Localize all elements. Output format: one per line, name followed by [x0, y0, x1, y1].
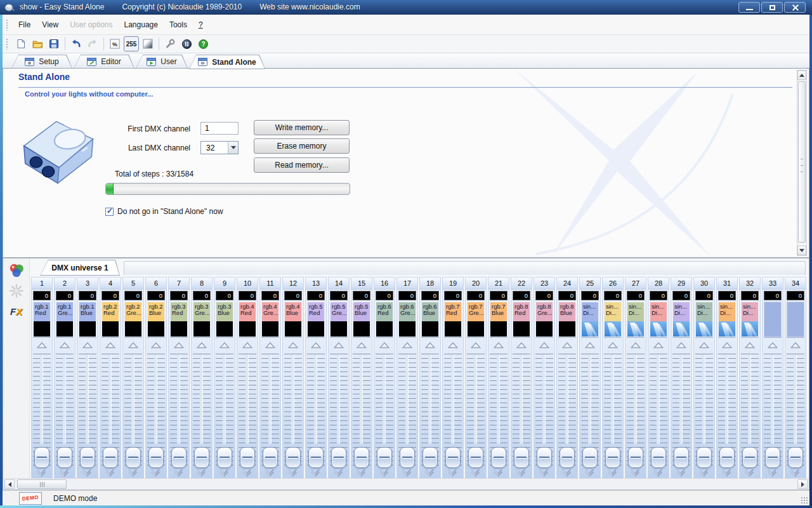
fader-thumb[interactable] [651, 447, 666, 468]
fader-slider[interactable] [146, 351, 166, 469]
fader-down-button[interactable] [671, 469, 691, 479]
fader-down-button[interactable] [511, 469, 532, 479]
fader-thumb[interactable] [491, 447, 506, 468]
fader-down-button[interactable] [580, 469, 600, 479]
fader-slider[interactable] [55, 351, 75, 469]
fader-down-button[interactable] [534, 469, 554, 479]
fader-thumb[interactable] [285, 447, 301, 468]
fader-down-button[interactable] [763, 469, 783, 479]
open-file-button[interactable] [30, 36, 45, 51]
fader-up-button[interactable] [32, 340, 52, 350]
write-memory-button[interactable]: Write memory... [254, 120, 350, 135]
fader-slider[interactable] [306, 351, 326, 469]
fader-up-button[interactable] [192, 340, 212, 350]
chevron-down-icon[interactable] [228, 142, 238, 154]
fader-slider[interactable] [763, 351, 783, 469]
fader-up-button[interactable] [740, 340, 760, 350]
fader-slider[interactable] [260, 351, 280, 469]
fader-down-button[interactable] [100, 469, 121, 479]
fader-up-button[interactable] [763, 340, 783, 350]
fader-slider[interactable] [123, 351, 143, 469]
fader-up-button[interactable] [123, 340, 143, 350]
fader-slider[interactable] [785, 351, 806, 469]
fader-down-button[interactable] [146, 469, 166, 479]
fader-thumb[interactable] [445, 447, 461, 468]
fader-down-button[interactable] [237, 469, 258, 479]
menu-help[interactable]: ? [193, 18, 209, 32]
dmx-horizontal-scrollbar[interactable] [3, 478, 809, 490]
fader-thumb[interactable] [422, 447, 438, 468]
fader-slider[interactable] [603, 351, 623, 469]
fader-down-button[interactable] [55, 469, 75, 479]
fader-slider[interactable] [511, 351, 532, 469]
tab-user[interactable]: User [136, 55, 188, 69]
fader-slider[interactable] [214, 351, 235, 469]
fader-up-button[interactable] [351, 340, 372, 350]
fader-down-button[interactable] [694, 469, 714, 479]
value-255-mode-button[interactable]: 255 [124, 36, 139, 51]
fader-slider[interactable] [534, 351, 554, 469]
fader-slider[interactable] [374, 351, 395, 469]
close-button[interactable] [784, 2, 806, 13]
fader-up-button[interactable] [397, 340, 417, 350]
fader-slider[interactable] [77, 351, 98, 469]
tab-dmx-universe-1[interactable]: DMX universe 1 [40, 260, 120, 276]
fader-down-button[interactable] [283, 469, 303, 479]
fader-down-button[interactable] [260, 469, 280, 479]
maximize-button[interactable] [761, 2, 783, 13]
tab-editor[interactable]: Editor [74, 55, 134, 69]
fader-up-button[interactable] [260, 340, 280, 350]
fader-down-button[interactable] [77, 469, 98, 479]
new-document-button[interactable] [13, 36, 29, 51]
fader-up-button[interactable] [77, 340, 98, 350]
fader-up-button[interactable] [329, 340, 349, 350]
fader-down-button[interactable] [466, 469, 486, 479]
fader-slider[interactable] [32, 351, 52, 469]
fader-slider[interactable] [694, 351, 714, 469]
fader-thumb[interactable] [628, 447, 643, 468]
minimize-button[interactable] [738, 2, 760, 13]
fader-slider[interactable] [648, 351, 669, 469]
fader-thumb[interactable] [788, 447, 803, 468]
fader-thumb[interactable] [765, 447, 780, 468]
fader-up-button[interactable] [420, 340, 440, 350]
fader-down-button[interactable] [557, 469, 577, 479]
fader-up-button[interactable] [283, 340, 303, 350]
fader-up-button[interactable] [466, 340, 486, 350]
fader-slider[interactable] [351, 351, 372, 469]
help-button[interactable]: ? [195, 36, 211, 51]
fader-thumb[interactable] [560, 447, 575, 468]
fader-up-button[interactable] [671, 340, 691, 350]
fader-up-button[interactable] [100, 340, 121, 350]
resize-grip-icon[interactable] [801, 497, 808, 504]
fader-up-button[interactable] [580, 340, 600, 350]
scroll-right-button[interactable] [797, 479, 808, 489]
fader-thumb[interactable] [468, 447, 483, 468]
fader-down-button[interactable] [329, 469, 349, 479]
fader-thumb[interactable] [240, 447, 255, 468]
fader-slider[interactable] [192, 351, 212, 469]
fader-thumb[interactable] [308, 447, 324, 468]
fader-thumb[interactable] [80, 447, 95, 468]
fader-down-button[interactable] [214, 469, 235, 479]
fader-up-button[interactable] [214, 340, 235, 350]
tab-setup[interactable]: Setup [11, 55, 72, 69]
erase-memory-button[interactable]: Erase memory [254, 138, 350, 154]
fader-thumb[interactable] [377, 447, 392, 468]
fader-up-button[interactable] [146, 340, 166, 350]
fader-slider[interactable] [466, 351, 486, 469]
read-memory-button[interactable]: Read memory... [254, 157, 350, 173]
fader-up-button[interactable] [488, 340, 509, 350]
fader-slider[interactable] [237, 351, 258, 469]
fader-down-button[interactable] [420, 469, 440, 479]
fader-slider[interactable] [443, 351, 463, 469]
fader-down-button[interactable] [192, 469, 212, 479]
fader-slider[interactable] [283, 351, 303, 469]
vertical-scroll-thumb[interactable] [798, 81, 806, 243]
color-mixing-button[interactable] [8, 262, 25, 279]
fader-slider[interactable] [671, 351, 691, 469]
fader-up-button[interactable] [625, 340, 646, 350]
fader-slider[interactable] [329, 351, 349, 469]
fx-button[interactable]: FX [8, 303, 25, 319]
fader-slider[interactable] [717, 351, 737, 469]
